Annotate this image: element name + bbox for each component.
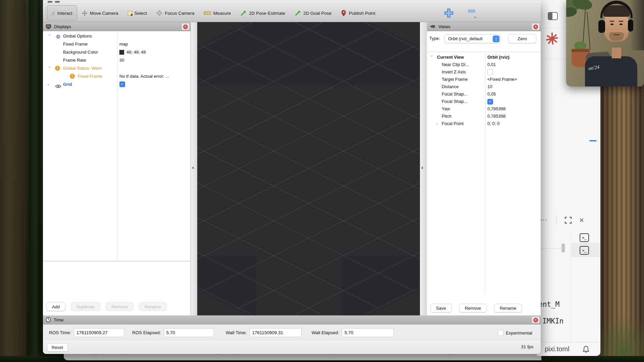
tool-focus-camera[interactable]: Focus Camera: [152, 5, 199, 21]
view-row-pitch[interactable]: Pitch 0,785398: [427, 113, 541, 120]
display-row-global-status[interactable]: › ! Global Status: Warn: [43, 64, 191, 72]
collapse-left-arrow-icon[interactable]: ‹: [192, 164, 194, 171]
display-row-frame-rate[interactable]: Frame Rate 30: [43, 56, 191, 64]
view-row-focal-point[interactable]: › Focal Point 0; 0; 0: [427, 120, 541, 127]
duplicate-display-button[interactable]: Duplicate: [71, 302, 100, 311]
row-value[interactable]: 48; 48; 48: [126, 48, 146, 56]
add-tool-button[interactable]: [444, 8, 453, 18]
color-swatch[interactable]: [119, 50, 124, 55]
row-value[interactable]: 0,785398: [487, 113, 505, 120]
time-panel-header[interactable]: Time ×: [43, 315, 541, 324]
wall-elapsed-label: Wall Elapsed:: [312, 330, 339, 335]
row-value[interactable]: 30: [119, 56, 124, 64]
row-value[interactable]: 0,01: [487, 61, 496, 68]
display-row-fixed-frame[interactable]: Fixed Frame map: [43, 40, 191, 48]
focal-shape-checkbox[interactable]: ✓: [487, 99, 493, 105]
3d-viewport[interactable]: [197, 22, 420, 315]
left-panel-collapse-strip[interactable]: ‹: [191, 22, 197, 315]
tool-2d-goal-pose[interactable]: 2D Goal Pose: [290, 5, 336, 21]
close-icon: ×: [533, 24, 538, 29]
time-panel-footer: Reset 31 fps: [43, 340, 541, 354]
row-label: Target Frame: [442, 76, 468, 83]
reset-button[interactable]: Reset: [47, 343, 68, 352]
experimental-option[interactable]: Experimental: [498, 330, 532, 336]
bell-icon[interactable]: [582, 345, 590, 353]
row-value[interactable]: map: [119, 40, 128, 48]
remove-view-button[interactable]: Remove: [459, 304, 487, 312]
chevron-right-icon[interactable]: ›: [436, 120, 440, 127]
chevron-down-icon[interactable]: ›: [428, 55, 435, 59]
toolbar-drag-handle[interactable]: [44, 7, 47, 19]
tool-measure[interactable]: Measure: [199, 5, 236, 21]
scrollbar-thumb[interactable]: [561, 244, 565, 252]
row-value[interactable]: 0,785398: [487, 105, 505, 113]
layout-toggle-icon[interactable]: [548, 12, 558, 20]
display-row-grid[interactable]: › Grid ✓: [43, 80, 191, 88]
tool-interact[interactable]: ☝ Interact: [47, 5, 77, 21]
view-row-invert-z[interactable]: Invert Z Axis: [427, 68, 541, 76]
divider: [571, 230, 571, 343]
chevron-down-icon[interactable]: ›: [473, 16, 479, 18]
close-time-button[interactable]: ×: [532, 317, 539, 323]
statusbar-filename[interactable]: pixi.toml: [545, 345, 569, 353]
row-value[interactable]: 0; 0; 0: [487, 120, 499, 127]
row-value[interactable]: 0,05: [487, 90, 496, 98]
chevron-right-icon[interactable]: ›: [48, 80, 52, 88]
view-row-near-clip[interactable]: Near Clip Di... 0,01: [427, 61, 541, 68]
experimental-checkbox[interactable]: [498, 330, 503, 336]
rename-view-button[interactable]: Rename: [494, 304, 522, 312]
view-row-yaw[interactable]: Yaw 0,785398: [427, 105, 541, 113]
row-label: Fixed Frame: [63, 40, 88, 48]
display-row-global-options[interactable]: › Global Options: [43, 32, 191, 40]
tool-move-camera[interactable]: Move Camera: [77, 5, 123, 21]
close-panel-icon[interactable]: ×: [579, 216, 584, 225]
close-displays-button[interactable]: ×: [182, 23, 189, 30]
view-row-focal-shape-fixed[interactable]: Focal Shap... ✓: [427, 98, 541, 105]
add-display-button[interactable]: Add: [46, 302, 65, 311]
row-value[interactable]: <Fixed Frame>: [487, 76, 517, 83]
close-views-button[interactable]: ×: [532, 23, 539, 30]
tool-select[interactable]: Select: [123, 5, 152, 21]
invert-z-checkbox[interactable]: [487, 69, 493, 75]
tool-2d-pose-estimate[interactable]: 2D Pose Estimate: [235, 5, 290, 21]
displays-panel-header[interactable]: Displays ×: [43, 22, 191, 31]
panel-splitter[interactable]: [43, 261, 191, 261]
map-pin-icon: [341, 10, 346, 16]
remove-display-button[interactable]: Remove: [106, 302, 133, 311]
tool-publish-point[interactable]: Publish Point: [336, 5, 380, 21]
close-icon: ×: [533, 318, 538, 322]
save-view-button[interactable]: Save: [430, 304, 452, 312]
video-camera-icon: [430, 24, 436, 28]
row-label: Background Color: [63, 48, 98, 56]
grid-enabled-checkbox[interactable]: ✓: [119, 81, 125, 87]
view-row-current-view[interactable]: › Current View Orbit (rviz): [427, 54, 541, 61]
view-row-target-frame[interactable]: Target Frame <Fixed Frame>: [427, 76, 541, 83]
more-actions-icon[interactable]: ⋯: [540, 216, 548, 224]
chevron-down-icon[interactable]: ›: [46, 66, 54, 70]
remove-tool-button[interactable]: [468, 10, 475, 12]
selection-box-icon: [128, 11, 132, 15]
ros-time-input[interactable]: 1761150909.27: [74, 328, 124, 337]
view-type-dropdown[interactable]: Orbit (rviz_default ▴▾: [444, 34, 501, 43]
view-row-distance[interactable]: Distance 10: [427, 83, 541, 90]
display-row-background-color[interactable]: Background Color 48; 48; 48: [43, 48, 191, 56]
move-arrows-icon: [82, 10, 88, 16]
collapse-right-arrow-icon[interactable]: ›: [421, 164, 423, 171]
views-panel-header[interactable]: Views ×: [427, 22, 541, 31]
display-row-fixed-frame-warning[interactable]: ! Fixed Frame No tf data. Actual error: …: [43, 72, 191, 80]
ros-elapsed-input[interactable]: 5.70: [164, 328, 214, 337]
terminal-icon[interactable]: >_: [580, 233, 589, 242]
row-value[interactable]: No tf data. Actual error: ...: [119, 72, 169, 80]
chevron-down-icon[interactable]: ›: [46, 34, 54, 38]
rename-display-button[interactable]: Rename: [139, 302, 167, 311]
right-panel-collapse-strip[interactable]: ›: [420, 22, 426, 315]
maximize-panel-icon[interactable]: [565, 217, 572, 224]
red-asterisk-icon[interactable]: [546, 32, 558, 45]
zero-button[interactable]: Zero: [508, 34, 536, 43]
view-row-focal-shape-size[interactable]: Focal Shap... 0,05: [427, 90, 541, 98]
time-panel-title: Time: [54, 317, 64, 322]
wall-elapsed-input[interactable]: 5.70: [342, 328, 394, 337]
row-value[interactable]: 10: [487, 83, 492, 90]
wall-time-input[interactable]: 1761150909.31: [250, 328, 302, 337]
terminal-icon[interactable]: >_: [580, 246, 589, 255]
